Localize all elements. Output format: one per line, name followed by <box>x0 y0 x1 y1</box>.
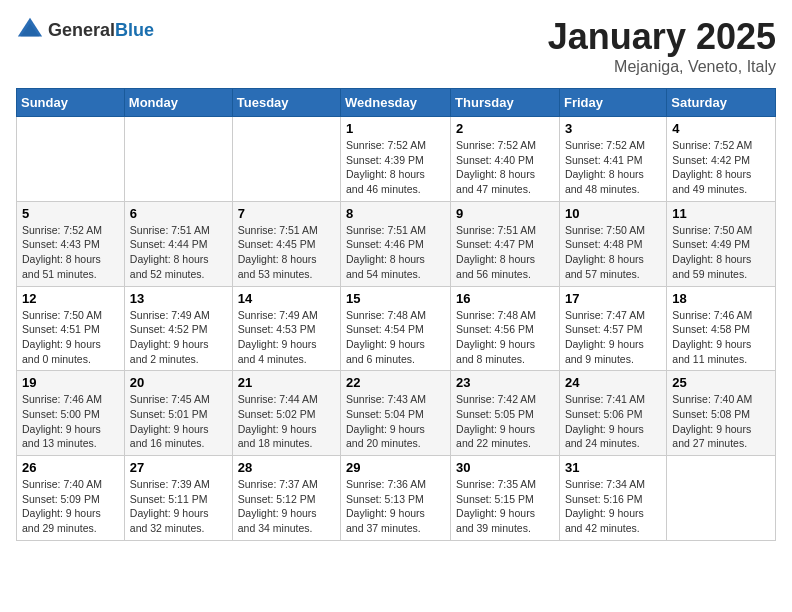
calendar-cell: 21Sunrise: 7:44 AMSunset: 5:02 PMDayligh… <box>232 371 340 456</box>
calendar-cell <box>124 117 232 202</box>
day-number: 3 <box>565 121 661 136</box>
calendar-cell: 15Sunrise: 7:48 AMSunset: 4:54 PMDayligh… <box>341 286 451 371</box>
day-number: 27 <box>130 460 227 475</box>
logo-text-general: General <box>48 20 115 40</box>
weekday-header-saturday: Saturday <box>667 89 776 117</box>
weekday-header-monday: Monday <box>124 89 232 117</box>
calendar-table: SundayMondayTuesdayWednesdayThursdayFrid… <box>16 88 776 541</box>
day-number: 25 <box>672 375 770 390</box>
calendar-cell: 4Sunrise: 7:52 AMSunset: 4:42 PMDaylight… <box>667 117 776 202</box>
calendar-cell: 9Sunrise: 7:51 AMSunset: 4:47 PMDaylight… <box>451 201 560 286</box>
page-header: GeneralBlue January 2025 Mejaniga, Venet… <box>16 16 776 76</box>
day-info: Sunrise: 7:39 AMSunset: 5:11 PMDaylight:… <box>130 477 227 536</box>
day-info: Sunrise: 7:37 AMSunset: 5:12 PMDaylight:… <box>238 477 335 536</box>
calendar-cell: 19Sunrise: 7:46 AMSunset: 5:00 PMDayligh… <box>17 371 125 456</box>
day-info: Sunrise: 7:47 AMSunset: 4:57 PMDaylight:… <box>565 308 661 367</box>
calendar-cell: 1Sunrise: 7:52 AMSunset: 4:39 PMDaylight… <box>341 117 451 202</box>
day-info: Sunrise: 7:43 AMSunset: 5:04 PMDaylight:… <box>346 392 445 451</box>
day-info: Sunrise: 7:40 AMSunset: 5:09 PMDaylight:… <box>22 477 119 536</box>
calendar-cell: 7Sunrise: 7:51 AMSunset: 4:45 PMDaylight… <box>232 201 340 286</box>
calendar-cell: 23Sunrise: 7:42 AMSunset: 5:05 PMDayligh… <box>451 371 560 456</box>
day-number: 20 <box>130 375 227 390</box>
calendar-week-row: 5Sunrise: 7:52 AMSunset: 4:43 PMDaylight… <box>17 201 776 286</box>
calendar-cell: 22Sunrise: 7:43 AMSunset: 5:04 PMDayligh… <box>341 371 451 456</box>
calendar-week-row: 19Sunrise: 7:46 AMSunset: 5:00 PMDayligh… <box>17 371 776 456</box>
day-number: 6 <box>130 206 227 221</box>
calendar-cell: 30Sunrise: 7:35 AMSunset: 5:15 PMDayligh… <box>451 456 560 541</box>
calendar-cell: 12Sunrise: 7:50 AMSunset: 4:51 PMDayligh… <box>17 286 125 371</box>
calendar-cell: 25Sunrise: 7:40 AMSunset: 5:08 PMDayligh… <box>667 371 776 456</box>
day-number: 31 <box>565 460 661 475</box>
weekday-header-sunday: Sunday <box>17 89 125 117</box>
calendar-cell: 10Sunrise: 7:50 AMSunset: 4:48 PMDayligh… <box>559 201 666 286</box>
day-info: Sunrise: 7:49 AMSunset: 4:53 PMDaylight:… <box>238 308 335 367</box>
calendar-cell: 5Sunrise: 7:52 AMSunset: 4:43 PMDaylight… <box>17 201 125 286</box>
day-number: 23 <box>456 375 554 390</box>
calendar-cell <box>667 456 776 541</box>
weekday-header-wednesday: Wednesday <box>341 89 451 117</box>
calendar-cell: 18Sunrise: 7:46 AMSunset: 4:58 PMDayligh… <box>667 286 776 371</box>
logo-icon <box>16 16 44 44</box>
day-number: 30 <box>456 460 554 475</box>
calendar-cell: 24Sunrise: 7:41 AMSunset: 5:06 PMDayligh… <box>559 371 666 456</box>
calendar-cell: 6Sunrise: 7:51 AMSunset: 4:44 PMDaylight… <box>124 201 232 286</box>
day-info: Sunrise: 7:46 AMSunset: 4:58 PMDaylight:… <box>672 308 770 367</box>
day-number: 24 <box>565 375 661 390</box>
day-info: Sunrise: 7:50 AMSunset: 4:51 PMDaylight:… <box>22 308 119 367</box>
day-info: Sunrise: 7:50 AMSunset: 4:48 PMDaylight:… <box>565 223 661 282</box>
day-number: 28 <box>238 460 335 475</box>
day-info: Sunrise: 7:48 AMSunset: 4:54 PMDaylight:… <box>346 308 445 367</box>
day-number: 29 <box>346 460 445 475</box>
calendar-cell: 13Sunrise: 7:49 AMSunset: 4:52 PMDayligh… <box>124 286 232 371</box>
day-info: Sunrise: 7:44 AMSunset: 5:02 PMDaylight:… <box>238 392 335 451</box>
calendar-cell: 26Sunrise: 7:40 AMSunset: 5:09 PMDayligh… <box>17 456 125 541</box>
day-info: Sunrise: 7:52 AMSunset: 4:41 PMDaylight:… <box>565 138 661 197</box>
calendar-cell: 8Sunrise: 7:51 AMSunset: 4:46 PMDaylight… <box>341 201 451 286</box>
calendar-week-row: 26Sunrise: 7:40 AMSunset: 5:09 PMDayligh… <box>17 456 776 541</box>
day-info: Sunrise: 7:45 AMSunset: 5:01 PMDaylight:… <box>130 392 227 451</box>
day-number: 26 <box>22 460 119 475</box>
day-number: 9 <box>456 206 554 221</box>
day-number: 12 <box>22 291 119 306</box>
day-number: 15 <box>346 291 445 306</box>
day-info: Sunrise: 7:52 AMSunset: 4:42 PMDaylight:… <box>672 138 770 197</box>
day-info: Sunrise: 7:42 AMSunset: 5:05 PMDaylight:… <box>456 392 554 451</box>
calendar-cell: 27Sunrise: 7:39 AMSunset: 5:11 PMDayligh… <box>124 456 232 541</box>
calendar-week-row: 1Sunrise: 7:52 AMSunset: 4:39 PMDaylight… <box>17 117 776 202</box>
day-number: 17 <box>565 291 661 306</box>
day-info: Sunrise: 7:52 AMSunset: 4:40 PMDaylight:… <box>456 138 554 197</box>
calendar-cell: 16Sunrise: 7:48 AMSunset: 4:56 PMDayligh… <box>451 286 560 371</box>
weekday-header-row: SundayMondayTuesdayWednesdayThursdayFrid… <box>17 89 776 117</box>
location-subtitle: Mejaniga, Veneto, Italy <box>548 58 776 76</box>
day-number: 5 <box>22 206 119 221</box>
day-number: 4 <box>672 121 770 136</box>
day-number: 11 <box>672 206 770 221</box>
day-number: 2 <box>456 121 554 136</box>
day-number: 22 <box>346 375 445 390</box>
day-number: 16 <box>456 291 554 306</box>
day-number: 7 <box>238 206 335 221</box>
day-info: Sunrise: 7:49 AMSunset: 4:52 PMDaylight:… <box>130 308 227 367</box>
day-info: Sunrise: 7:50 AMSunset: 4:49 PMDaylight:… <box>672 223 770 282</box>
day-number: 18 <box>672 291 770 306</box>
day-info: Sunrise: 7:36 AMSunset: 5:13 PMDaylight:… <box>346 477 445 536</box>
day-info: Sunrise: 7:52 AMSunset: 4:43 PMDaylight:… <box>22 223 119 282</box>
day-info: Sunrise: 7:51 AMSunset: 4:44 PMDaylight:… <box>130 223 227 282</box>
day-info: Sunrise: 7:52 AMSunset: 4:39 PMDaylight:… <box>346 138 445 197</box>
day-info: Sunrise: 7:51 AMSunset: 4:45 PMDaylight:… <box>238 223 335 282</box>
day-number: 13 <box>130 291 227 306</box>
calendar-cell: 20Sunrise: 7:45 AMSunset: 5:01 PMDayligh… <box>124 371 232 456</box>
day-number: 14 <box>238 291 335 306</box>
weekday-header-tuesday: Tuesday <box>232 89 340 117</box>
calendar-cell <box>232 117 340 202</box>
day-info: Sunrise: 7:51 AMSunset: 4:47 PMDaylight:… <box>456 223 554 282</box>
day-number: 21 <box>238 375 335 390</box>
day-number: 19 <box>22 375 119 390</box>
day-info: Sunrise: 7:34 AMSunset: 5:16 PMDaylight:… <box>565 477 661 536</box>
month-title: January 2025 <box>548 16 776 58</box>
day-info: Sunrise: 7:35 AMSunset: 5:15 PMDaylight:… <box>456 477 554 536</box>
calendar-cell: 17Sunrise: 7:47 AMSunset: 4:57 PMDayligh… <box>559 286 666 371</box>
day-info: Sunrise: 7:46 AMSunset: 5:00 PMDaylight:… <box>22 392 119 451</box>
calendar-week-row: 12Sunrise: 7:50 AMSunset: 4:51 PMDayligh… <box>17 286 776 371</box>
calendar-cell: 14Sunrise: 7:49 AMSunset: 4:53 PMDayligh… <box>232 286 340 371</box>
